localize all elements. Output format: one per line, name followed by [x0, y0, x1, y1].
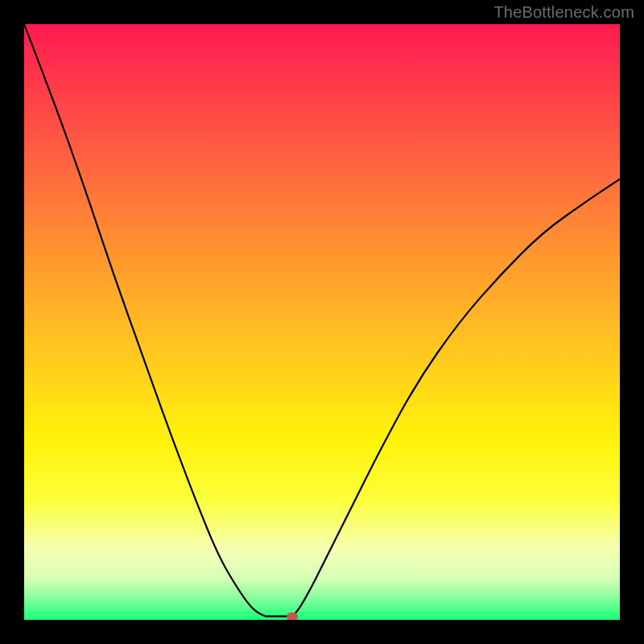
optimal-point-marker: [287, 613, 298, 620]
bottleneck-curve: [24, 24, 620, 620]
watermark-text: TheBottleneck.com: [493, 3, 634, 22]
chart-frame: TheBottleneck.com: [0, 0, 644, 644]
plot-area: [24, 24, 620, 620]
